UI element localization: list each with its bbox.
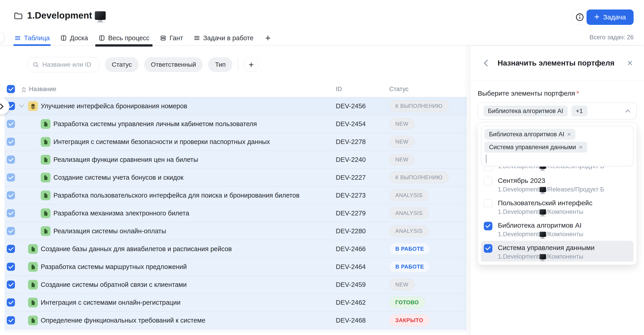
- collapse-all-icon[interactable]: [20, 86, 27, 93]
- row-checkbox[interactable]: [7, 263, 15, 271]
- options-list: 1.Development/Releases/Продукт Б Сентябр…: [481, 167, 633, 262]
- task-icon: [41, 119, 50, 129]
- task-icon: [28, 244, 38, 254]
- option-item[interactable]: 1.Development/Releases/Продукт Б: [481, 167, 633, 174]
- row-checkbox[interactable]: [7, 245, 15, 253]
- add-view-button[interactable]: +: [265, 33, 270, 43]
- column-header-name[interactable]: Название: [29, 86, 56, 93]
- status-badge[interactable]: ЗАКРЫТО: [389, 315, 429, 326]
- table-row[interactable]: Разработка системы маршрутных предложени…: [4, 258, 466, 276]
- remove-tag-icon[interactable]: ×: [579, 144, 583, 151]
- row-checkbox[interactable]: [7, 227, 15, 235]
- row-checkbox[interactable]: [7, 138, 15, 146]
- option-item[interactable]: Система управления данными 1.Development…: [481, 241, 633, 262]
- table-row[interactable]: Разработка пользовательского интерфейса …: [4, 187, 466, 204]
- option-item[interactable]: Сентябрь 2023 1.Development/Releases/Про…: [481, 174, 633, 196]
- table-row[interactable]: Интеграция с системами онлайн-регистраци…: [4, 294, 466, 312]
- table-row[interactable]: Реализация функции сравнения цен на биле…: [4, 151, 466, 169]
- option-checkbox[interactable]: [484, 177, 492, 186]
- tab-tasks-in-progress[interactable]: Задачи в работе: [194, 30, 254, 45]
- table-row[interactable]: Реализация системы онлайн-оплаты DEV-228…: [4, 222, 466, 240]
- column-header-status[interactable]: Статус: [389, 86, 408, 93]
- more-count-chip: +1: [571, 106, 588, 116]
- tag-chip: Система управления данными×: [484, 142, 587, 153]
- add-task-button[interactable]: + Задача: [586, 9, 634, 25]
- row-checkbox[interactable]: [7, 120, 15, 128]
- info-button[interactable]: [572, 9, 588, 25]
- option-checkbox[interactable]: [484, 167, 492, 171]
- column-header-id[interactable]: ID: [336, 86, 342, 93]
- option-item[interactable]: Библиотека алгоритмов AI 1.Development/К…: [481, 218, 633, 241]
- select-all-checkbox[interactable]: [7, 85, 15, 93]
- task-id: DEV-2456: [336, 97, 366, 115]
- add-filter-button[interactable]: +: [244, 57, 259, 72]
- task-id: DEV-2273: [336, 187, 366, 204]
- filter-assignee-button[interactable]: Ответственный: [144, 57, 203, 72]
- portfolio-select[interactable]: Библиотека алгоритмов AI +1: [478, 103, 637, 119]
- status-badge[interactable]: ANALYSIS: [389, 225, 428, 237]
- status-badge[interactable]: NEW: [389, 136, 414, 148]
- task-icon: [41, 173, 50, 182]
- status-badge[interactable]: NEW: [389, 118, 414, 130]
- row-checkbox[interactable]: [7, 281, 15, 289]
- task-icon: [28, 316, 38, 325]
- search-box[interactable]: [27, 57, 100, 72]
- table-row[interactable]: Определение функциональных требований к …: [4, 312, 466, 329]
- status-badge[interactable]: ГОТОВО: [389, 297, 425, 308]
- filter-type-button[interactable]: Тип: [208, 57, 232, 72]
- option-checkbox[interactable]: [484, 199, 492, 208]
- table-row[interactable]: Улучшение интерфейса бронирования номеро…: [4, 97, 466, 115]
- task-icon: [28, 280, 38, 290]
- table-row[interactable]: Создание базы данных для авиабилетов и р…: [4, 240, 466, 258]
- task-icon: [41, 208, 50, 218]
- tab-table[interactable]: Таблица: [14, 30, 50, 45]
- table-row[interactable]: Создание системы учета бонусов и скидок …: [4, 169, 466, 187]
- tab-board[interactable]: Доска: [60, 30, 88, 45]
- status-badge[interactable]: В РАБОТЕ: [389, 261, 430, 273]
- row-checkbox[interactable]: [7, 316, 15, 324]
- option-path: 1.Development/Releases/Продукт Б: [498, 186, 604, 193]
- page-header: 1.Development + Задача: [0, 0, 644, 30]
- task-table: Улучшение интерфейса бронирования номеро…: [4, 97, 466, 332]
- row-checkbox[interactable]: [7, 156, 15, 164]
- option-path: 1.Development/Releases/Продукт Б: [498, 167, 604, 170]
- task-id: DEV-2454: [336, 115, 366, 133]
- close-icon[interactable]: ×: [627, 58, 633, 68]
- gantt-icon: [160, 34, 166, 41]
- option-checkbox[interactable]: [484, 222, 492, 230]
- table-row[interactable]: Создание системы обратной связи с клиент…: [4, 276, 466, 294]
- tag-input[interactable]: Библиотека алгоритмов AI× Система управл…: [481, 126, 633, 166]
- list-icon: [194, 34, 200, 41]
- text-cursor: [486, 155, 486, 163]
- epic-icon: [28, 101, 38, 111]
- table-row[interactable]: Разработка системы управления личным каб…: [4, 115, 466, 133]
- row-checkbox[interactable]: [7, 191, 15, 199]
- option-checkbox[interactable]: [484, 244, 492, 253]
- filter-status-button[interactable]: Статус: [105, 57, 139, 72]
- row-checkbox[interactable]: [7, 173, 15, 182]
- tab-full-process[interactable]: Весь процесс: [98, 30, 150, 45]
- row-checkbox[interactable]: [7, 209, 15, 217]
- status-badge[interactable]: NEW: [389, 279, 414, 291]
- back-chevron-icon[interactable]: [483, 59, 490, 67]
- row-checkbox[interactable]: [7, 298, 15, 307]
- option-item[interactable]: Пользовательский интерфейс 1.Development…: [481, 196, 633, 218]
- status-badge[interactable]: ANALYSIS: [389, 207, 428, 219]
- search-input[interactable]: [42, 61, 92, 68]
- status-badge[interactable]: К ВЫПОЛНЕНИЮ: [389, 100, 449, 112]
- remove-tag-icon[interactable]: ×: [567, 131, 571, 138]
- status-badge[interactable]: В РАБОТЕ: [389, 243, 430, 255]
- status-badge[interactable]: NEW: [389, 154, 414, 165]
- monitor-emoji-icon: [95, 11, 106, 20]
- status-badge[interactable]: К ВЫПОЛНЕНИЮ: [389, 172, 449, 183]
- tab-gantt[interactable]: Гант: [160, 30, 183, 45]
- task-icon: [41, 137, 50, 147]
- monitor-emoji-icon: [540, 167, 546, 169]
- task-id: DEV-2240: [336, 151, 366, 169]
- status-badge[interactable]: ANALYSIS: [389, 189, 428, 201]
- portfolio-dropdown: Библиотека алгоритмов AI× Система управл…: [478, 122, 637, 265]
- table-row[interactable]: Интеграция с системами безопасности и пр…: [4, 133, 466, 151]
- chevron-up-icon: [624, 108, 631, 114]
- chevron-down-icon[interactable]: [18, 103, 25, 109]
- table-row[interactable]: Разработка механизма электронного билета…: [4, 204, 466, 222]
